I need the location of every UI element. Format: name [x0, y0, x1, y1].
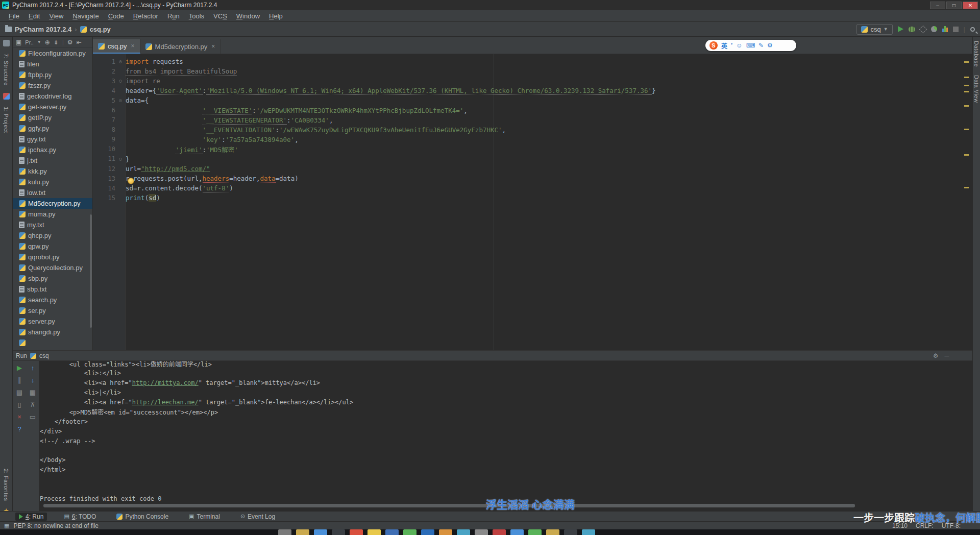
run-console[interactable]: <ul class="links"><li>傲娇的前端同学</li> <li>:…	[40, 359, 959, 502]
project-file-muma.py[interactable]: muma.py	[13, 209, 92, 220]
rerun-icon[interactable]: ▶	[17, 364, 22, 372]
project-file-qqrobot.py[interactable]: qqrobot.py	[13, 252, 92, 262]
warning-mark[interactable]	[964, 61, 969, 63]
tool-button-data-view[interactable]: Data View	[973, 71, 979, 107]
project-file-low.txt[interactable]: low.txt	[13, 187, 92, 198]
toolwindow-button-6-todo[interactable]: ▤6: TODO	[60, 513, 100, 521]
project-file-sbp.txt[interactable]: sbp.txt	[13, 284, 92, 295]
editor-line-4[interactable]: 4header={'User-Agent':'Mozilla/5.0 (Wind…	[93, 86, 972, 95]
ime-tool-icon[interactable]: ⌨	[746, 42, 755, 49]
toolwindow-button-4-run[interactable]: 4: Run	[15, 513, 47, 521]
down-stack-trace-icon[interactable]: ↓	[31, 376, 35, 384]
project-file-Md5decryption.py[interactable]: Md5decryption.py	[13, 198, 92, 209]
soft-wrap-icon[interactable]: ▤	[16, 388, 22, 396]
taskbar-app-icon[interactable]	[314, 529, 327, 535]
taskbar-app-icon[interactable]	[564, 529, 577, 535]
project-file-ggfy.py[interactable]: ggfy.py	[13, 123, 92, 134]
taskbar-app-icon[interactable]	[403, 529, 416, 535]
menu-view[interactable]: View	[44, 11, 68, 21]
project-file-Fileconfiguration.py[interactable]: Fileconfiguration.py	[13, 48, 92, 59]
toolwindow-button-python-console[interactable]: Python Console	[113, 513, 172, 521]
profiler-button[interactable]	[931, 26, 937, 32]
editor-line-6[interactable]: 6 '__VIEWSTATE':'/wEPDwUKMTM4NTE3OTkzOWR…	[93, 105, 972, 115]
warning-mark[interactable]	[964, 187, 969, 188]
taskbar-app-icon[interactable]	[439, 529, 452, 535]
ime-tool-icon[interactable]: ✎	[758, 42, 764, 49]
windows-taskbar[interactable]	[0, 529, 980, 535]
help-icon[interactable]: ?	[17, 425, 21, 433]
project-file-Querycollection.py[interactable]: Querycollection.py	[13, 262, 92, 273]
menu-tools[interactable]: Tools	[184, 11, 209, 21]
project-file-filen[interactable]: filen	[13, 59, 92, 69]
hide-panel-icon[interactable]: ⇤	[77, 39, 82, 46]
toolwindow-toggle-icon[interactable]: ▦	[4, 522, 9, 529]
editor-line-9[interactable]: 9 'key':'7a57a5a743894a0e',	[93, 135, 972, 144]
taskbar-app-icon[interactable]	[332, 529, 345, 535]
menu-file[interactable]: File	[4, 11, 24, 21]
project-file-kkk.py[interactable]: kkk.py	[13, 166, 92, 177]
hide-icon[interactable]: ─	[944, 352, 949, 359]
hierarchy-icon[interactable]	[3, 93, 10, 100]
project-file-qpw.py[interactable]: qpw.py	[13, 241, 92, 252]
editor-line-12[interactable]: 12url="http://pmd5.com/"	[93, 164, 972, 174]
pause-icon[interactable]: ∥	[18, 376, 21, 384]
editor-tab-csq.py[interactable]: csq.py×	[93, 39, 140, 54]
scroll-to-end-icon[interactable]: ⊼	[30, 401, 35, 408]
taskbar-app-icon[interactable]	[528, 529, 542, 535]
editor-line-11[interactable]: 11⊝}	[93, 154, 972, 164]
warning-mark[interactable]	[964, 154, 969, 156]
warning-mark[interactable]	[964, 129, 969, 130]
taskbar-app-icon[interactable]	[278, 529, 291, 535]
taskbar-app-icon[interactable]	[421, 529, 434, 535]
sogou-ime-bar[interactable]: S 英’☺⌨✎⚙	[705, 40, 796, 51]
up-stack-trace-icon[interactable]: ↑	[31, 364, 35, 372]
print-icon[interactable]: ▯	[17, 401, 21, 408]
minimize-button[interactable]: –	[930, 2, 945, 9]
search-everywhere-icon[interactable]	[970, 27, 975, 32]
menu-vcs[interactable]: VCS	[209, 11, 232, 21]
project-file-geckodriver.log[interactable]: geckodriver.log	[13, 91, 92, 102]
stripe-icon[interactable]	[3, 40, 10, 46]
console-link[interactable]: http://leechan.me/	[132, 399, 199, 406]
error-stripe[interactable]	[964, 54, 969, 350]
project-file-search.py[interactable]: search.py	[13, 295, 92, 305]
tab-close-icon[interactable]: ×	[131, 42, 135, 50]
toolwindow-button-event-log[interactable]: ⊙Event Log	[237, 513, 279, 521]
taskbar-app-icon[interactable]	[350, 529, 363, 535]
project-file-kulu.py[interactable]: kulu.py	[13, 177, 92, 187]
taskbar-app-icon[interactable]	[510, 529, 524, 535]
ime-tool-icon[interactable]: ⚙	[767, 42, 773, 49]
taskbar-app-icon[interactable]	[368, 529, 381, 535]
clear-icon[interactable]: ▭	[30, 413, 36, 421]
taskbar-app-icon[interactable]	[582, 529, 595, 535]
menu-help[interactable]: Help	[264, 11, 287, 21]
project-file-fzszr.py[interactable]: fzszr.py	[13, 80, 92, 91]
locate-icon[interactable]: ⊕	[45, 39, 50, 46]
menu-navigate[interactable]: Navigate	[68, 11, 103, 21]
tab-close-icon[interactable]: ×	[211, 43, 215, 50]
gear-icon[interactable]: ⚙	[67, 39, 73, 46]
console-link[interactable]: http://mittya.com/	[132, 379, 199, 386]
project-scrollbar[interactable]	[90, 214, 92, 328]
editor-line-1[interactable]: 1⊝import requests	[93, 57, 972, 66]
tool-button-project[interactable]: 1: Project	[3, 103, 9, 137]
project-file-ftpbp.py[interactable]: ftpbp.py	[13, 69, 92, 80]
ime-tool-icon[interactable]: ☺	[736, 42, 742, 49]
gear-icon[interactable]: ⚙	[933, 352, 939, 359]
taskbar-app-icon[interactable]	[385, 529, 399, 535]
project-file-gyy.txt[interactable]: gyy.txt	[13, 134, 92, 144]
menu-refactor[interactable]: Refactor	[129, 11, 163, 21]
taskbar-app-icon[interactable]	[296, 529, 309, 535]
coverage-button[interactable]	[919, 25, 927, 33]
project-file-get-server.py[interactable]: get-server.py	[13, 102, 92, 112]
toolwindow-button-terminal[interactable]: ▣Terminal	[185, 513, 224, 521]
project-file-j.txt[interactable]: j.txt	[13, 155, 92, 166]
warning-mark[interactable]	[964, 105, 969, 107]
concurrency-diagram-button[interactable]	[942, 26, 948, 32]
tool-button-favorites[interactable]: 2: Favorites	[3, 465, 9, 505]
editor-line-15[interactable]: 15print(sd)	[93, 193, 972, 203]
breadcrumb-item[interactable]: csq.py	[90, 26, 111, 33]
restore-layout-icon[interactable]: ▦	[30, 388, 36, 396]
breadcrumb[interactable]: PyCharm 2017.2.4›csq.py	[5, 26, 111, 33]
ime-tool-icon[interactable]: ’	[731, 42, 732, 49]
